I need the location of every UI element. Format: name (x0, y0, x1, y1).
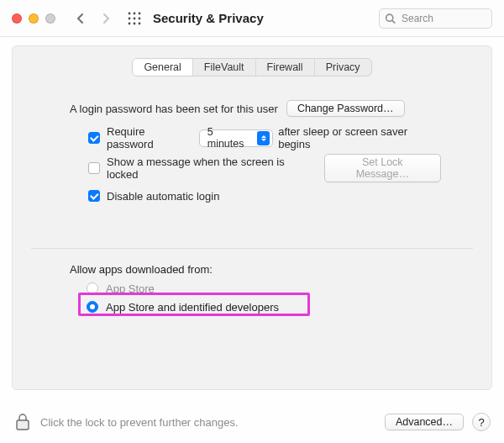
preference-pane: General FileVault Firewall Privacy A log… (12, 45, 492, 390)
tab-label: Privacy (326, 61, 360, 73)
zoom-window-button (45, 13, 55, 24)
require-password-delay-value: 5 minutes (207, 126, 253, 150)
tab-general[interactable]: General (133, 59, 192, 76)
tab-label: Firewall (267, 61, 303, 73)
window-controls (12, 13, 55, 24)
gatekeeper-section: Allow apps downloaded from: App Store Ap… (70, 263, 279, 316)
show-lock-message-checkbox[interactable] (88, 162, 100, 174)
svg-point-4 (134, 17, 136, 19)
login-password-section: A login password has been set for this u… (70, 98, 441, 206)
svg-point-0 (129, 12, 131, 14)
search-field-wrap (379, 8, 492, 29)
require-password-checkbox[interactable] (88, 132, 100, 144)
gatekeeper-heading: Allow apps downloaded from: (70, 263, 279, 276)
svg-point-1 (134, 12, 136, 14)
tab-privacy[interactable]: Privacy (315, 59, 371, 76)
svg-point-5 (139, 17, 141, 19)
tab-filevault[interactable]: FileVault (193, 59, 256, 76)
svg-point-9 (386, 14, 393, 21)
svg-point-7 (134, 22, 136, 24)
window-titlebar: Security & Privacy (0, 0, 504, 37)
search-input[interactable] (379, 8, 492, 29)
require-password-suffix: after sleep or screen saver begins (278, 125, 441, 150)
svg-rect-11 (17, 420, 29, 430)
back-button[interactable] (74, 12, 87, 25)
svg-point-8 (139, 22, 141, 24)
tab-bar: General FileVault Firewall Privacy (132, 58, 371, 76)
chevron-updown-icon (257, 131, 270, 145)
nav-buttons (74, 12, 113, 25)
disable-auto-login-checkbox[interactable] (88, 190, 100, 202)
disable-auto-login-label: Disable automatic login (107, 190, 219, 203)
close-window-button[interactable] (12, 13, 22, 24)
svg-point-3 (129, 17, 131, 19)
pane-footer: Click the lock to prevent further change… (0, 401, 504, 443)
help-icon: ? (478, 416, 484, 429)
page-title: Security & Privacy (153, 11, 264, 25)
tab-label: FileVault (204, 61, 244, 73)
tab-firewall[interactable]: Firewall (256, 59, 315, 76)
require-password-delay-select[interactable]: 5 minutes (199, 129, 273, 147)
change-password-button[interactable]: Change Password… (286, 100, 405, 117)
set-lock-message-button: Set Lock Message… (324, 154, 441, 182)
search-icon (385, 13, 396, 24)
lock-hint-text: Click the lock to prevent further change… (40, 416, 239, 429)
advanced-button[interactable]: Advanced… (385, 414, 464, 430)
svg-line-10 (392, 20, 395, 23)
require-password-label: Require password (107, 125, 194, 150)
gatekeeper-option-appstore[interactable]: App Store (87, 279, 279, 298)
show-all-prefs-icon[interactable] (128, 12, 141, 25)
lock-icon[interactable] (13, 411, 32, 434)
gatekeeper-option-identified-developers[interactable]: App Store and identified developers (87, 298, 279, 316)
radio-icon (87, 282, 98, 294)
section-divider (31, 248, 473, 249)
radio-icon (87, 301, 98, 313)
svg-point-6 (129, 22, 131, 24)
show-lock-message-label: Show a message when the screen is locked (107, 156, 316, 181)
tab-label: General (144, 61, 181, 73)
svg-point-2 (139, 12, 141, 14)
login-password-set-text: A login password has been set for this u… (70, 103, 278, 115)
help-button[interactable]: ? (472, 413, 491, 431)
forward-button[interactable] (99, 12, 113, 25)
radio-label: App Store and identified developers (106, 301, 279, 314)
minimize-window-button[interactable] (29, 13, 39, 24)
radio-label: App Store (106, 282, 155, 295)
